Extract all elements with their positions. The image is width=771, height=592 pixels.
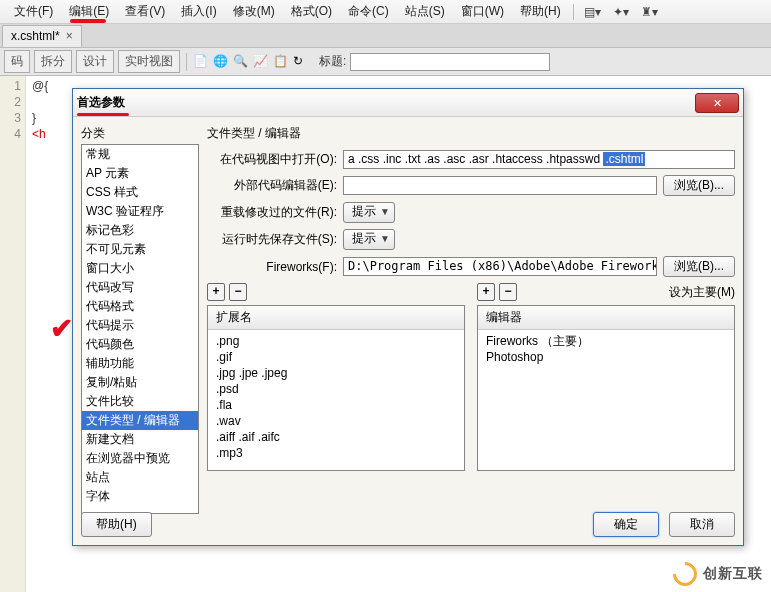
- code-content[interactable]: @{ } <h: [26, 76, 54, 592]
- category-item[interactable]: 常规: [82, 145, 198, 164]
- browse-button-2[interactable]: 浏览(B)...: [663, 256, 735, 277]
- ed-add-button[interactable]: +: [477, 283, 495, 301]
- extension-item[interactable]: .aiff .aif .aifc: [216, 429, 456, 445]
- open-in-code-selection: .cshtml: [603, 152, 645, 166]
- open-in-code-input[interactable]: a .css .inc .txt .as .asc .asr .htaccess…: [343, 150, 735, 169]
- editors-listbox[interactable]: 编辑器 Fireworks （主要）Photoshop: [477, 305, 735, 471]
- menu-format[interactable]: 格式(O): [283, 0, 340, 23]
- category-item[interactable]: 代码改写: [82, 278, 198, 297]
- tool-icon-b[interactable]: 🌐: [213, 54, 229, 70]
- cancel-button[interactable]: 取消: [669, 512, 735, 537]
- category-item[interactable]: CSS 样式: [82, 183, 198, 202]
- category-item[interactable]: 复制/粘贴: [82, 373, 198, 392]
- extension-item[interactable]: .fla: [216, 397, 456, 413]
- tool-icon-3[interactable]: ♜▾: [635, 3, 664, 21]
- fireworks-input[interactable]: D:\Program Files (x86)\Adobe\Adobe Firew…: [343, 257, 657, 276]
- menu-window[interactable]: 窗口(W): [453, 0, 512, 23]
- view-toolbar: 码 拆分 设计 实时视图 📄 🌐 🔍 📈 📋 ↻ 标题:: [0, 48, 771, 76]
- tool-icon-e[interactable]: 📋: [273, 54, 289, 70]
- category-column: 分类 常规AP 元素CSS 样式W3C 验证程序标记色彩不可见元素窗口大小代码改…: [81, 125, 199, 495]
- menu-file[interactable]: 文件(F): [6, 0, 61, 23]
- ext-remove-button[interactable]: −: [229, 283, 247, 301]
- code-line: @{: [32, 78, 48, 94]
- category-item[interactable]: AP 元素: [82, 164, 198, 183]
- tool-icon-f[interactable]: ↻: [293, 54, 309, 70]
- reload-files-select[interactable]: 提示: [343, 202, 395, 223]
- tool-icon-d[interactable]: 📈: [253, 54, 269, 70]
- tool-icon-a[interactable]: 📄: [193, 54, 209, 70]
- design-view-button[interactable]: 设计: [76, 50, 114, 73]
- dialog-body: 分类 常规AP 元素CSS 样式W3C 验证程序标记色彩不可见元素窗口大小代码改…: [73, 117, 743, 503]
- split-view-button[interactable]: 拆分: [34, 50, 72, 73]
- live-view-button[interactable]: 实时视图: [118, 50, 180, 73]
- category-item[interactable]: 站点: [82, 468, 198, 487]
- extension-item[interactable]: .gif: [216, 349, 456, 365]
- code-line: <h: [32, 126, 48, 142]
- menu-insert[interactable]: 插入(I): [173, 0, 224, 23]
- tab-label: x.cshtml*: [11, 29, 60, 43]
- title-input[interactable]: [350, 53, 550, 71]
- line-number: 3: [0, 110, 21, 126]
- line-gutter: 1 2 3 4: [0, 76, 26, 592]
- external-editor-row: 外部代码编辑器(E): 浏览(B)...: [207, 175, 735, 196]
- settings-panel: 文件类型 / 编辑器 在代码视图中打开(O): a .css .inc .txt…: [207, 125, 735, 495]
- category-item[interactable]: 代码颜色: [82, 335, 198, 354]
- category-item[interactable]: 文件比较: [82, 392, 198, 411]
- menu-help[interactable]: 帮助(H): [512, 0, 569, 23]
- menu-commands[interactable]: 命令(C): [340, 0, 397, 23]
- menu-modify[interactable]: 修改(M): [225, 0, 283, 23]
- menu-view[interactable]: 查看(V): [117, 0, 173, 23]
- tool-icon-2[interactable]: ✦▾: [607, 3, 635, 21]
- category-item[interactable]: 新建文档: [82, 430, 198, 449]
- extensions-header: 扩展名: [208, 306, 464, 330]
- editors-body: Fireworks （主要）Photoshop: [478, 330, 734, 368]
- watermark: 创新互联: [673, 562, 763, 586]
- save-on-launch-row: 运行时先保存文件(S): 提示: [207, 229, 735, 250]
- extension-item[interactable]: .wav: [216, 413, 456, 429]
- external-editor-input[interactable]: [343, 176, 657, 195]
- editors-column: + − 设为主要(M) 编辑器 Fireworks （主要）Photoshop: [477, 283, 735, 471]
- help-button[interactable]: 帮助(H): [81, 512, 152, 537]
- category-item[interactable]: 辅助功能: [82, 354, 198, 373]
- ed-remove-button[interactable]: −: [499, 283, 517, 301]
- line-number: 2: [0, 94, 21, 110]
- annotation-underline-title: [77, 113, 129, 116]
- line-number: 4: [0, 126, 21, 142]
- tab-close-icon[interactable]: ×: [66, 29, 73, 43]
- line-number: 1: [0, 78, 21, 94]
- category-item[interactable]: W3C 验证程序: [82, 202, 198, 221]
- category-item[interactable]: 代码提示: [82, 316, 198, 335]
- tool-icon-c[interactable]: 🔍: [233, 54, 249, 70]
- category-item[interactable]: 在浏览器中预览: [82, 449, 198, 468]
- category-item[interactable]: 标记色彩: [82, 221, 198, 240]
- extension-item[interactable]: .mp3: [216, 445, 456, 461]
- extension-item[interactable]: .jpg .jpe .jpeg: [216, 365, 456, 381]
- reload-files-label: 重载修改过的文件(R):: [207, 204, 337, 221]
- category-item[interactable]: 代码格式: [82, 297, 198, 316]
- set-primary-button[interactable]: 设为主要(M): [669, 284, 735, 301]
- extension-item[interactable]: .psd: [216, 381, 456, 397]
- browse-button-1[interactable]: 浏览(B)...: [663, 175, 735, 196]
- document-tab[interactable]: x.cshtml* ×: [2, 25, 82, 47]
- dialog-footer: 帮助(H) 确定 取消: [81, 512, 735, 537]
- editor-item[interactable]: Photoshop: [486, 349, 726, 365]
- category-item[interactable]: 窗口大小: [82, 259, 198, 278]
- layout-icon[interactable]: ▤▾: [578, 3, 607, 21]
- reload-files-row: 重载修改过的文件(R): 提示: [207, 202, 735, 223]
- code-view-button[interactable]: 码: [4, 50, 30, 73]
- category-list[interactable]: 常规AP 元素CSS 样式W3C 验证程序标记色彩不可见元素窗口大小代码改写代码…: [81, 144, 199, 514]
- category-item[interactable]: 不可见元素: [82, 240, 198, 259]
- category-item[interactable]: 字体: [82, 487, 198, 506]
- ok-button[interactable]: 确定: [593, 512, 659, 537]
- menu-site[interactable]: 站点(S): [397, 0, 453, 23]
- ext-add-button[interactable]: +: [207, 283, 225, 301]
- dialog-close-button[interactable]: ✕: [695, 93, 739, 113]
- preferences-dialog: 首选参数 ✕ 分类 常规AP 元素CSS 样式W3C 验证程序标记色彩不可见元素…: [72, 88, 744, 546]
- dialog-title: 首选参数: [77, 94, 125, 111]
- editor-item[interactable]: Fireworks （主要）: [486, 333, 726, 349]
- extension-item[interactable]: .png: [216, 333, 456, 349]
- save-on-launch-label: 运行时先保存文件(S):: [207, 231, 337, 248]
- save-on-launch-select[interactable]: 提示: [343, 229, 395, 250]
- extensions-listbox[interactable]: 扩展名 .png.gif.jpg .jpe .jpeg.psd.fla.wav.…: [207, 305, 465, 471]
- category-item[interactable]: 文件类型 / 编辑器: [82, 411, 198, 430]
